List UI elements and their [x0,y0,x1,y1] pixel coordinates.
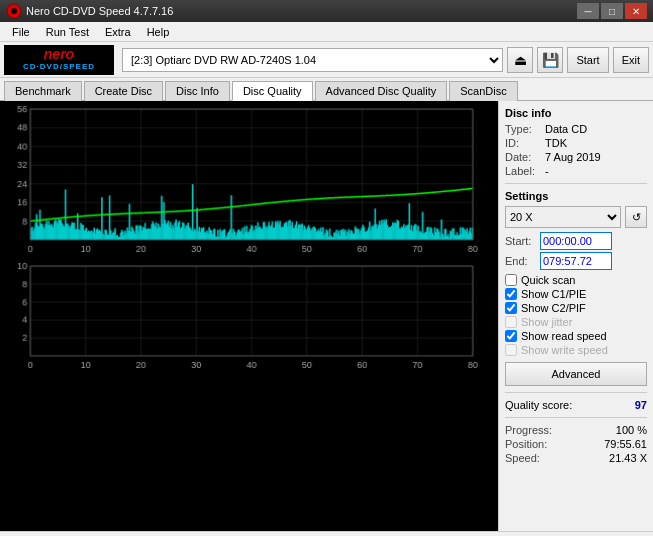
svg-point-1 [11,8,17,14]
eject-button[interactable]: ⏏ [507,47,533,73]
start-time-input[interactable] [540,232,612,250]
c1-errors-chart [0,101,498,258]
show-c1-pie-checkbox[interactable] [505,288,517,300]
id-value: TDK [545,137,647,149]
nero-logo: nero CD·DVD/SPEED [4,45,114,75]
save-button[interactable]: 💾 [537,47,563,73]
type-value: Data CD [545,123,647,135]
label-value: - [545,165,647,177]
tab-create-disc[interactable]: Create Disc [84,81,163,101]
end-label: End: [505,255,540,267]
tab-benchmark[interactable]: Benchmark [4,81,82,101]
quality-score-label: Quality score: [505,399,572,411]
progress-label: Progress: [505,424,552,436]
right-panel: Disc info Type: Data CD ID: TDK Date: 7 … [498,101,653,531]
minimize-button[interactable]: ─ [577,3,599,19]
tab-disc-quality[interactable]: Disc Quality [232,81,313,101]
start-button[interactable]: Start [567,47,608,73]
start-label: Start: [505,235,540,247]
speed-selector[interactable]: 20 X [505,206,621,228]
quality-score-value: 97 [635,399,647,411]
title-bar: Nero CD-DVD Speed 4.7.7.16 ─ □ ✕ [0,0,653,22]
date-label: Date: [505,151,545,163]
show-c1-pie-label: Show C1/PIE [521,288,586,300]
maximize-button[interactable]: □ [601,3,623,19]
tab-advanced-disc-quality[interactable]: Advanced Disc Quality [315,81,448,101]
menu-bar: File Run Test Extra Help [0,22,653,42]
show-c2-pif-checkbox[interactable] [505,302,517,314]
tab-disc-info[interactable]: Disc Info [165,81,230,101]
window-title: Nero CD-DVD Speed 4.7.7.16 [26,5,577,17]
settings-title: Settings [505,190,647,202]
id-label: ID: [505,137,545,149]
quick-scan-checkbox[interactable] [505,274,517,286]
position-label: Position: [505,438,547,450]
show-read-speed-label: Show read speed [521,330,607,342]
type-label: Type: [505,123,545,135]
main-content: Disc info Type: Data CD ID: TDK Date: 7 … [0,101,653,531]
exit-button[interactable]: Exit [613,47,649,73]
show-write-speed-checkbox[interactable] [505,344,517,356]
speed-refresh-button[interactable]: ↺ [625,206,647,228]
disc-info-title: Disc info [505,107,647,119]
show-jitter-checkbox[interactable] [505,316,517,328]
show-jitter-label: Show jitter [521,316,572,328]
menu-help[interactable]: Help [139,24,178,40]
toolbar: nero CD·DVD/SPEED [2:3] Optiarc DVD RW A… [0,42,653,78]
end-time-input[interactable] [540,252,612,270]
legend: C1 Errors Average: 1.15 Maximum: 22 Tota… [0,531,653,536]
speed-value: 21.43 X [609,452,647,464]
position-value: 79:55.61 [604,438,647,450]
close-button[interactable]: ✕ [625,3,647,19]
menu-extra[interactable]: Extra [97,24,139,40]
tab-bar: Benchmark Create Disc Disc Info Disc Qua… [0,78,653,101]
tab-scan-disc[interactable]: ScanDisc [449,81,517,101]
show-read-speed-checkbox[interactable] [505,330,517,342]
show-c2-pif-label: Show C2/PIF [521,302,586,314]
date-value: 7 Aug 2019 [545,151,647,163]
c2-errors-chart [0,258,498,374]
menu-run-test[interactable]: Run Test [38,24,97,40]
label-label: Label: [505,165,545,177]
advanced-button[interactable]: Advanced [505,362,647,386]
progress-value: 100 % [616,424,647,436]
speed-label: Speed: [505,452,540,464]
quick-scan-label: Quick scan [521,274,575,286]
show-write-speed-label: Show write speed [521,344,608,356]
drive-selector[interactable]: [2:3] Optiarc DVD RW AD-7240S 1.04 [122,48,503,72]
menu-file[interactable]: File [4,24,38,40]
app-icon [6,3,22,19]
